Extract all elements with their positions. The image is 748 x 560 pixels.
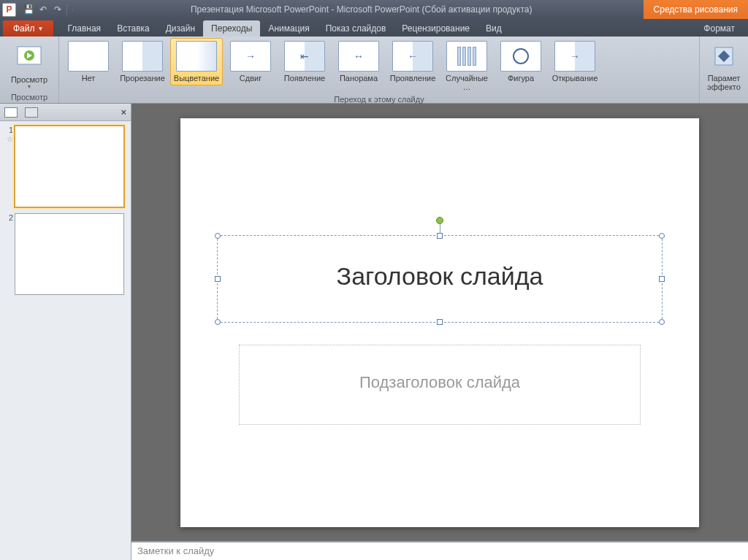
app-logo: P <box>2 3 16 17</box>
slide-panel-tabs: × <box>0 104 131 121</box>
file-tab-label: Файл <box>13 23 35 34</box>
window-title: Презентация Microsoft PowerPoint - Micro… <box>80 4 644 15</box>
tab-insert[interactable]: Вставка <box>109 20 158 37</box>
handle-top-mid[interactable] <box>437 233 443 239</box>
save-icon[interactable]: 💾 <box>23 4 34 15</box>
thumbnails-list: 1 ☆ 2 <box>0 121 131 560</box>
quick-access-toolbar: 💾 ↶ ↷ ▼ <box>18 4 80 15</box>
tab-view[interactable]: Вид <box>478 20 510 37</box>
thumb-1-preview <box>15 126 124 207</box>
qat-separator <box>66 4 67 15</box>
svg-point-3 <box>514 49 528 64</box>
slides-tab-icon[interactable] <box>4 107 18 118</box>
thumb-2-number: 2 <box>4 213 15 295</box>
transition-push-label: Сдвиг <box>240 74 262 83</box>
outline-tab-icon[interactable] <box>25 107 38 118</box>
handle-bottom-left[interactable] <box>215 319 221 325</box>
handle-mid-right[interactable] <box>659 276 665 282</box>
transition-reveal-label: Проявление <box>390 74 436 83</box>
effect-options-button[interactable]: Парамет эффекто <box>703 38 745 94</box>
effect-options-icon <box>703 41 744 72</box>
transition-cut-label: Прорезание <box>120 74 165 83</box>
transition-uncover-label: Открывание <box>552 74 598 83</box>
transition-shape-icon <box>500 41 541 72</box>
handle-top-right[interactable] <box>659 233 665 239</box>
file-tab[interactable]: Файл ▼ <box>3 20 53 37</box>
file-dropdown-icon: ▼ <box>38 26 44 32</box>
subtitle-placeholder[interactable]: Подзаголовок слайда <box>239 345 641 425</box>
transition-shape-label: Фигура <box>508 74 534 83</box>
group-transitions: Нет Прорезание Выцветание → Сдвиг ⇤ Появ… <box>59 37 700 103</box>
transition-wipe-label: Появление <box>284 74 325 83</box>
transition-fade-label: Выцветание <box>174 74 219 83</box>
ribbon: Просмотр ▼ Просмотр Нет Прорезание Выцве… <box>0 37 748 104</box>
handle-mid-left[interactable] <box>215 276 221 282</box>
transition-reveal[interactable]: ← Проявление <box>386 38 439 85</box>
qat-dropdown-icon[interactable]: ▼ <box>70 7 75 12</box>
drawing-tools-tab[interactable]: Средства рисования <box>644 0 748 19</box>
transition-random-bars-icon <box>446 41 487 72</box>
transition-split-label: Панорама <box>340 74 378 83</box>
thumb-2-preview <box>15 213 124 295</box>
transition-none-icon <box>68 41 109 72</box>
group-effect-options: Парамет эффекто <box>700 37 748 103</box>
undo-icon[interactable]: ↶ <box>37 4 49 15</box>
transition-cut-icon <box>122 41 163 72</box>
thumb-1-animation-icon: ☆ <box>7 135 13 143</box>
tab-slideshow[interactable]: Показ слайдов <box>318 20 394 37</box>
workspace: × 1 ☆ 2 <box>0 104 748 560</box>
transition-cut[interactable]: Прорезание <box>116 38 169 85</box>
thumbnail-2[interactable]: 2 <box>4 213 126 295</box>
title-placeholder[interactable]: Заголовок слайда <box>217 235 663 323</box>
preview-label: Просмотр <box>11 75 47 84</box>
title-bar: P 💾 ↶ ↷ ▼ Презентация Microsoft PowerPoi… <box>0 0 748 19</box>
transition-fade-icon <box>176 41 217 72</box>
transition-fade[interactable]: Выцветание <box>170 38 223 85</box>
preview-button[interactable]: Просмотр ▼ <box>3 38 56 92</box>
tab-review[interactable]: Рецензирование <box>394 20 478 37</box>
tab-transitions[interactable]: Переходы <box>203 20 260 37</box>
transition-none-label: Нет <box>82 74 96 83</box>
title-text[interactable]: Заголовок слайда <box>218 236 662 317</box>
transition-split-icon: ↔ <box>338 41 379 72</box>
tab-home[interactable]: Главная <box>59 20 109 37</box>
transition-wipe[interactable]: ⇤ Появление <box>278 38 331 85</box>
rotate-handle[interactable] <box>436 217 443 224</box>
preview-chevron-icon: ▼ <box>27 84 32 89</box>
transition-random-bars[interactable]: Случайные … <box>440 38 493 94</box>
handle-top-left[interactable] <box>215 233 221 239</box>
thumb-1-number: 1 <box>9 126 13 134</box>
transition-random-bars-label: Случайные … <box>443 74 491 91</box>
transition-split[interactable]: ↔ Панорама <box>332 38 385 85</box>
handle-bottom-mid[interactable] <box>437 319 443 325</box>
transition-uncover-icon: → <box>554 41 595 72</box>
tab-animation[interactable]: Анимация <box>260 20 317 37</box>
subtitle-text[interactable]: Подзаголовок слайда <box>240 345 640 420</box>
notes-pane[interactable]: Заметки к слайду <box>131 541 748 560</box>
transition-shape[interactable]: Фигура <box>495 38 547 85</box>
slide[interactable]: Заголовок слайда Подзаголовок слайда <box>180 118 699 527</box>
transition-push[interactable]: → Сдвиг <box>224 38 277 85</box>
transition-uncover[interactable]: → Открывание <box>549 38 601 85</box>
canvas-area: Заголовок слайда Подзаголовок слайда Зам… <box>131 104 748 560</box>
effect-options-label: Парамет эффекто <box>707 74 741 91</box>
transition-none[interactable]: Нет <box>62 38 115 85</box>
tab-format[interactable]: Формат <box>690 20 748 37</box>
preview-icon <box>13 41 45 73</box>
thumbnail-1[interactable]: 1 ☆ <box>4 126 126 207</box>
slide-panel: × 1 ☆ 2 <box>0 104 131 560</box>
handle-bottom-right[interactable] <box>659 319 665 325</box>
transition-wipe-icon: ⇤ <box>284 41 325 72</box>
redo-icon[interactable]: ↷ <box>52 4 64 15</box>
transition-reveal-icon: ← <box>392 41 433 72</box>
group-preview-label: Просмотр <box>3 92 56 103</box>
group-preview: Просмотр ▼ Просмотр <box>0 37 59 103</box>
canvas-scroll[interactable]: Заголовок слайда Подзаголовок слайда <box>131 104 748 541</box>
transition-push-icon: → <box>230 41 271 72</box>
tab-design[interactable]: Дизайн <box>158 20 203 37</box>
ribbon-tabs: Файл ▼ Главная Вставка Дизайн Переходы А… <box>0 19 748 37</box>
close-panel-icon[interactable]: × <box>121 107 126 118</box>
